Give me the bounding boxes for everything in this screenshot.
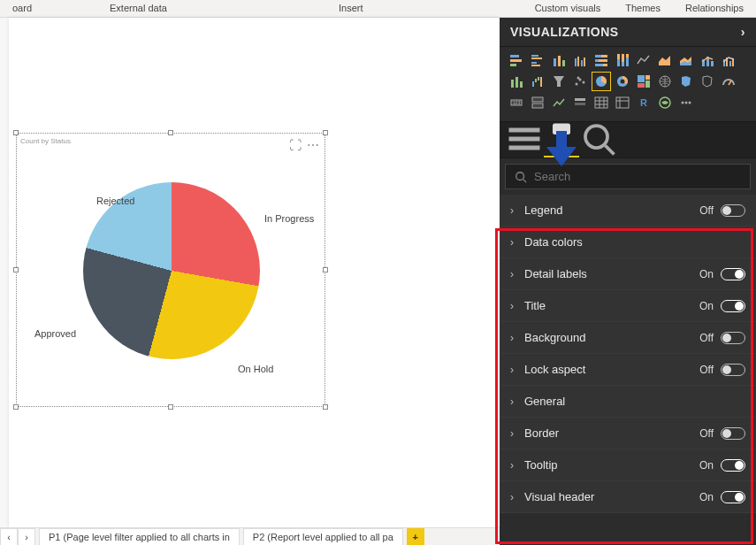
svg-rect-3 — [531, 55, 538, 57]
format-search[interactable] — [505, 164, 751, 189]
viz-card-icon[interactable]: 123 — [507, 93, 526, 112]
ribbon-tab[interactable]: oard — [0, 0, 44, 17]
viz-donut-icon[interactable] — [613, 72, 632, 91]
viz-matrix-icon[interactable] — [613, 93, 632, 112]
toggle-switch[interactable] — [721, 204, 745, 217]
resize-handle[interactable] — [168, 130, 173, 135]
viz-waterfall-icon[interactable] — [528, 72, 547, 91]
more-options-icon[interactable]: ⋯ — [307, 139, 319, 151]
svg-point-40 — [576, 83, 578, 86]
search-input[interactable] — [534, 170, 741, 183]
format-row-legend[interactable]: ›LegendOff — [500, 195, 756, 226]
ribbon-tab[interactable]: Insert — [326, 0, 376, 17]
ribbon-tab[interactable]: External data — [97, 0, 179, 17]
chevron-right-icon: › — [741, 25, 745, 39]
viz-line-stacked-column-icon[interactable] — [698, 50, 717, 70]
viz-hundred-stacked-column-icon[interactable] — [613, 50, 632, 70]
viz-line-clustered-column-icon[interactable] — [719, 50, 738, 70]
viz-shape-map-icon[interactable] — [698, 72, 717, 91]
resize-handle[interactable] — [323, 267, 328, 272]
ribbon-tab[interactable]: Custom visuals — [523, 0, 614, 17]
format-row-visual-header[interactable]: ›Visual headerOn — [500, 481, 756, 513]
svg-rect-47 — [638, 75, 645, 82]
viz-scatter-icon[interactable] — [570, 72, 590, 91]
svg-rect-8 — [558, 56, 561, 66]
ribbon-tab[interactable]: Themes — [613, 0, 673, 17]
add-page-button[interactable]: + — [407, 528, 424, 546]
resize-handle[interactable] — [323, 130, 328, 135]
visualizations-panel: VISUALIZATIONS › 123R ›LegendOff›Data co… — [500, 18, 756, 545]
viz-pie-icon[interactable] — [592, 72, 611, 91]
viz-funnel-icon[interactable] — [549, 72, 569, 91]
toggle-switch[interactable] — [721, 300, 745, 312]
viz-python-visual-icon[interactable] — [655, 93, 675, 112]
viz-slicer-icon[interactable] — [570, 93, 590, 112]
toggle-switch[interactable] — [721, 491, 745, 503]
chevron-right-icon: › — [510, 459, 517, 472]
viz-clustered-column-icon[interactable] — [570, 50, 590, 70]
page-tab[interactable]: P2 (Report level applied to all pa — [243, 528, 403, 545]
page-nav-next[interactable]: › — [18, 528, 35, 546]
format-list: ›LegendOff›Data colors›Detail labelsOn›T… — [500, 195, 756, 513]
pie-chart[interactable] — [83, 182, 260, 359]
format-row-title[interactable]: ›TitleOn — [500, 290, 756, 322]
report-canvas[interactable]: ⛶ ⋯ Count by Status In Progress On Hold … — [0, 18, 500, 527]
format-row-general[interactable]: ›General — [500, 386, 756, 418]
resize-handle[interactable] — [323, 404, 328, 410]
page-nav-prev[interactable]: ‹ — [0, 528, 18, 546]
analytics-tab[interactable] — [581, 122, 616, 157]
format-row-lock-aspect[interactable]: ›Lock aspectOff — [500, 354, 756, 386]
format-label: Visual header — [524, 490, 594, 503]
toggle-switch[interactable] — [721, 364, 745, 376]
viz-stacked-column-icon[interactable] — [549, 50, 569, 70]
ribbon-tab[interactable]: Relationships — [673, 0, 756, 17]
resize-handle[interactable] — [13, 267, 19, 272]
toggle-switch[interactable] — [721, 332, 745, 344]
svg-rect-39 — [540, 77, 542, 87]
resize-handle[interactable] — [13, 130, 19, 135]
viz-stacked-area-icon[interactable] — [676, 50, 696, 70]
toggle-switch[interactable] — [721, 268, 745, 280]
viz-clustered-bar-icon[interactable] — [528, 50, 547, 70]
fields-tab[interactable] — [507, 122, 542, 157]
format-row-data-colors[interactable]: ›Data colors — [500, 226, 756, 258]
viz-gauge-icon[interactable] — [719, 72, 738, 91]
viz-table-icon[interactable] — [592, 93, 611, 112]
viz-area-icon[interactable] — [655, 50, 675, 70]
svg-rect-57 — [575, 98, 585, 101]
toggle-state-label: On — [699, 268, 714, 280]
panel-header[interactable]: VISUALIZATIONS › — [500, 18, 756, 46]
focus-mode-icon[interactable]: ⛶ — [289, 139, 302, 151]
viz-filled-map-icon[interactable] — [676, 72, 696, 91]
format-row-detail-labels[interactable]: ›Detail labelsOn — [500, 258, 756, 290]
format-row-background[interactable]: ›BackgroundOff — [500, 322, 756, 354]
viz-multi-row-card-icon[interactable] — [528, 93, 547, 112]
toggle-switch[interactable] — [721, 459, 745, 472]
page-tab[interactable]: P1 (Page level filter applied to all cha… — [39, 528, 240, 545]
resize-handle[interactable] — [168, 404, 173, 410]
svg-point-77 — [585, 126, 607, 148]
svg-rect-49 — [645, 81, 650, 88]
viz-stacked-bar-icon[interactable] — [507, 50, 526, 70]
viz-map-icon[interactable] — [655, 72, 675, 91]
toggle-state-label: On — [699, 459, 714, 472]
format-row-border[interactable]: ›BorderOff — [500, 418, 756, 449]
viz-more-icon[interactable] — [676, 93, 696, 112]
viz-line-icon[interactable] — [634, 50, 653, 70]
toggle-switch[interactable] — [721, 427, 745, 440]
format-row-tooltip[interactable]: ›TooltipOn — [500, 449, 756, 481]
toggle-state-label: Off — [699, 364, 714, 376]
resize-handle[interactable] — [13, 404, 19, 410]
viz-ribbon-icon[interactable] — [507, 72, 526, 91]
viz-kpi-icon[interactable] — [549, 93, 569, 112]
visual-selection-box[interactable]: ⛶ ⋯ Count by Status In Progress On Hold … — [16, 133, 325, 407]
viz-treemap-icon[interactable] — [634, 72, 653, 91]
viz-r-visual-icon[interactable]: R — [634, 93, 653, 112]
svg-point-46 — [621, 80, 625, 84]
svg-rect-19 — [603, 64, 607, 66]
chevron-right-icon: › — [510, 236, 517, 249]
svg-rect-7 — [554, 58, 556, 66]
svg-rect-28 — [711, 61, 714, 66]
svg-point-42 — [583, 81, 585, 84]
viz-hundred-stacked-bar-icon[interactable] — [592, 50, 611, 70]
